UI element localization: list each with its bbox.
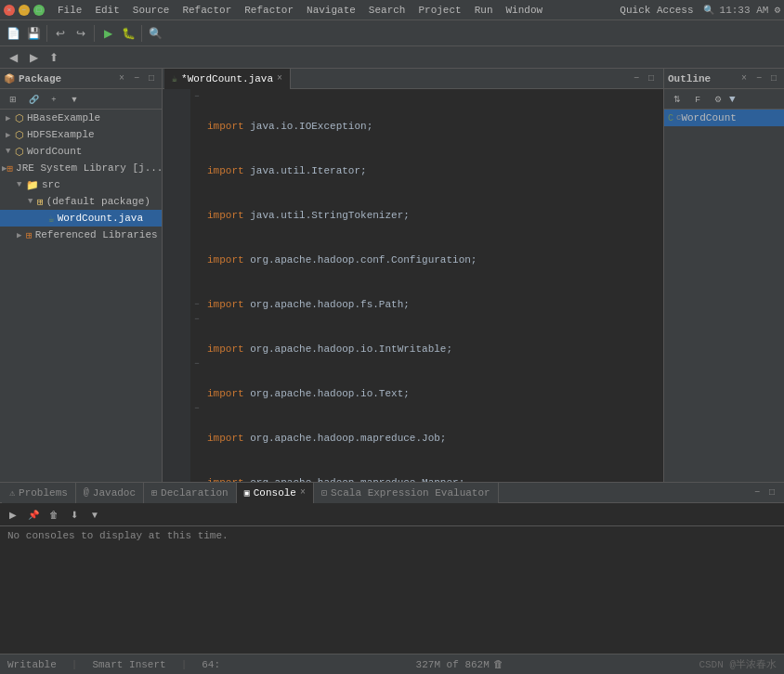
- menu-window[interactable]: Window: [501, 4, 549, 17]
- undo-button[interactable]: ↩: [51, 24, 70, 43]
- menu-project[interactable]: Project: [412, 4, 466, 17]
- menu-run[interactable]: Run: [469, 4, 499, 17]
- fold-25: [190, 446, 203, 460]
- title-bar-right: Quick Access 🔍 11:33 AM ⚙: [620, 4, 780, 16]
- menu-search[interactable]: Search: [363, 4, 412, 17]
- code-area[interactable]: − − − − −: [163, 89, 663, 482]
- back-button[interactable]: ◀: [4, 48, 22, 67]
- line-num-25: [163, 446, 187, 460]
- hide-fields-btn[interactable]: F: [688, 90, 707, 109]
- menu-file[interactable]: File: [52, 4, 87, 17]
- minimize-button[interactable]: −: [19, 5, 30, 16]
- bottom-tab-javadoc-label: Javadoc: [93, 487, 136, 499]
- min-bottom-btn[interactable]: −: [751, 486, 764, 499]
- redo-button[interactable]: ↪: [72, 24, 90, 43]
- tab-close-button[interactable]: ×: [277, 73, 282, 84]
- code-line-2: import java.util.Iterator;: [207, 163, 660, 178]
- bottom-tab-console[interactable]: ▣ Console ×: [237, 483, 314, 503]
- minimize-panel-button[interactable]: ×: [115, 72, 128, 85]
- menu-edit[interactable]: Edit: [89, 4, 124, 17]
- minimize-panel-btn2[interactable]: −: [130, 72, 143, 85]
- tree-arrow-hdfs: ▶: [6, 130, 15, 140]
- menu-source[interactable]: Source: [127, 4, 176, 17]
- tree-item-ref-libs[interactable]: ▶ ⊞ Referenced Libraries: [0, 227, 162, 243]
- fold-22[interactable]: −: [190, 401, 203, 416]
- forward-button[interactable]: ▶: [24, 48, 43, 67]
- console-close-icon[interactable]: ×: [300, 487, 306, 498]
- home-button[interactable]: ⬆: [45, 48, 63, 67]
- code-line-3: import java.util.StringTokenizer;: [207, 208, 660, 223]
- status-sep-1: |: [72, 659, 78, 670]
- max-bottom-btn[interactable]: □: [765, 486, 778, 499]
- status-insert: Smart Insert: [92, 659, 165, 670]
- line-num-18: [163, 342, 187, 356]
- code-content[interactable]: import java.io.IOException; import java.…: [203, 89, 663, 482]
- tree-label-default-pkg: (default package): [46, 196, 150, 207]
- scala-icon: ⊡: [321, 487, 327, 499]
- toolbar-sep-3: [141, 25, 142, 42]
- tree-item-jre[interactable]: ▶ ⊞ JRE System Library [j...: [0, 160, 162, 176]
- project-icon-hdfs: ⬡: [15, 129, 24, 141]
- search-toolbar-button[interactable]: 🔍: [146, 24, 164, 43]
- tree-item-src[interactable]: ▼ 📁 src: [0, 176, 162, 193]
- maximize-button[interactable]: □: [33, 5, 45, 16]
- gc-icon[interactable]: 🗑: [493, 658, 503, 670]
- minimize-editor-btn[interactable]: −: [630, 72, 643, 85]
- outline-item-wordcount[interactable]: C c WordCount: [664, 110, 784, 126]
- bottom-tab-javadoc[interactable]: @ Javadoc: [76, 483, 144, 503]
- save-button[interactable]: 💾: [24, 24, 43, 43]
- bottom-tab-declaration-label: Declaration: [161, 487, 229, 499]
- view-menu-button[interactable]: ▼: [65, 90, 84, 109]
- toolbar-sep-1: [46, 25, 47, 42]
- bottom-panel-controls: − □: [751, 486, 782, 499]
- settings-icon[interactable]: ⚙: [774, 4, 780, 16]
- fold-2: [190, 104, 203, 119]
- editor-tab-icons: − □: [630, 72, 661, 85]
- bottom-tab-declaration[interactable]: ⊞ Declaration: [144, 483, 237, 503]
- status-bar: Writable | Smart Insert | 64: 327M of 86…: [0, 654, 784, 674]
- debug-button[interactable]: 🐛: [119, 24, 137, 43]
- max-outline-btn[interactable]: □: [767, 72, 780, 85]
- new-java-button[interactable]: +: [45, 90, 63, 109]
- run-button[interactable]: ▶: [98, 24, 117, 43]
- line-num-26: [163, 460, 187, 475]
- maximize-editor-btn[interactable]: □: [645, 72, 658, 85]
- code-line-7: import org.apache.hadoop.io.Text;: [207, 386, 660, 401]
- tree-item-wordcount[interactable]: ▼ ⬡ WordCount: [0, 143, 162, 160]
- tree-item-hbase[interactable]: ▶ ⬡ HBaseExample: [0, 110, 162, 126]
- menu-refactor2[interactable]: Refactor: [239, 4, 299, 17]
- scroll-lock-btn[interactable]: ⬇: [65, 505, 84, 524]
- new-console-btn[interactable]: ▶: [4, 505, 22, 524]
- sort-outline-btn[interactable]: ⇅: [668, 90, 686, 109]
- bottom-panel: ⚠ Problems @ Javadoc ⊞ Declaration ▣ Con…: [0, 482, 784, 654]
- clear-console-btn[interactable]: 🗑: [45, 505, 63, 524]
- min-outline-btn[interactable]: −: [752, 72, 765, 85]
- collapse-all-button[interactable]: ⊞: [4, 90, 22, 109]
- link-editor-button[interactable]: 🔗: [24, 90, 43, 109]
- line-num-2: [163, 104, 187, 119]
- close-button[interactable]: ×: [4, 5, 15, 16]
- tree-item-wordcount-java[interactable]: ☕ WordCount.java: [0, 210, 162, 227]
- outline-settings-btn[interactable]: ⚙: [709, 90, 727, 109]
- fold-15[interactable]: −: [190, 297, 203, 312]
- menu-navigate[interactable]: Navigate: [301, 4, 361, 17]
- close-outline-btn[interactable]: ×: [738, 72, 751, 85]
- console-content: No consoles to display at this time.: [0, 526, 784, 654]
- pin-console-btn[interactable]: 📌: [24, 505, 43, 524]
- outline-tree: C c WordCount: [664, 110, 784, 482]
- fold-16[interactable]: −: [190, 312, 203, 327]
- fold-19[interactable]: −: [190, 356, 203, 371]
- maximize-panel-btn[interactable]: □: [145, 72, 158, 85]
- line-num-3: [163, 119, 187, 134]
- editor-tab-wordcount[interactable]: ☕ *WordCount.java ×: [164, 69, 291, 89]
- tree-item-hdfs[interactable]: ▶ ⬡ HDFSExample: [0, 126, 162, 143]
- bottom-tab-problems[interactable]: ⚠ Problems: [2, 483, 76, 503]
- bottom-tab-scala[interactable]: ⊡ Scala Expression Evaluator: [314, 483, 499, 503]
- new-button[interactable]: 📄: [4, 24, 22, 43]
- status-writable: Writable: [7, 659, 57, 670]
- menu-refactor1[interactable]: Refactor: [176, 4, 237, 17]
- tree-item-default-pkg[interactable]: ▼ ⊞ (default package): [0, 193, 162, 210]
- fold-1[interactable]: −: [190, 89, 203, 104]
- tree-arrow-default-pkg: ▼: [28, 197, 37, 206]
- console-settings-btn[interactable]: ▼: [85, 505, 104, 524]
